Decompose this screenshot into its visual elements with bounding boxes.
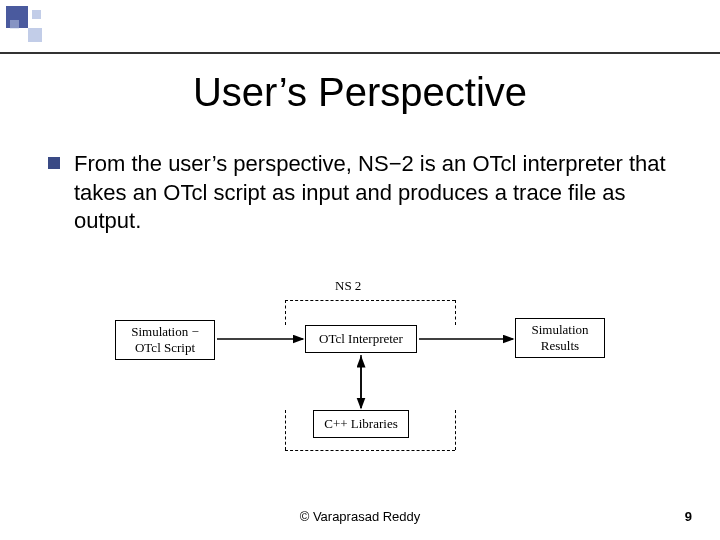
corner-decoration <box>6 6 66 52</box>
box-cpp-libraries: C++ Libraries <box>313 410 409 438</box>
bullet-text: From the user’s perspective, NS−2 is an … <box>74 150 678 236</box>
page-number: 9 <box>685 509 692 524</box>
diagram-label-ns2: NS 2 <box>335 278 361 294</box>
box-simulation-script: Simulation − OTcl Script <box>115 320 215 360</box>
dashed-border-left-top <box>285 300 286 325</box>
ns2-diagram: NS 2 Simulation − OTcl Script OTcl Inter… <box>115 270 615 460</box>
box-simulation-results: Simulation Results <box>515 318 605 358</box>
slide-title: User’s Perspective <box>0 70 720 115</box>
dashed-border-bottom <box>285 450 455 451</box>
footer-credit: © Varaprasad Reddy <box>0 509 720 524</box>
box-right-line1: Simulation <box>531 322 588 337</box>
dashed-border-left-bottom <box>285 410 286 450</box>
box-left-line1: Simulation − <box>131 324 199 339</box>
box-otcl-interpreter: OTcl Interpreter <box>305 325 417 353</box>
dashed-border-top <box>285 300 455 301</box>
box-right-line2: Results <box>541 338 579 353</box>
bullet-square-icon <box>48 157 60 169</box>
box-left-line2: OTcl Script <box>135 340 195 355</box>
dashed-border-right-top <box>455 300 456 325</box>
bullet-item: From the user’s perspective, NS−2 is an … <box>48 150 678 236</box>
body-content: From the user’s perspective, NS−2 is an … <box>48 150 678 236</box>
dashed-border-right-bottom <box>455 410 456 450</box>
header-divider <box>0 52 720 54</box>
